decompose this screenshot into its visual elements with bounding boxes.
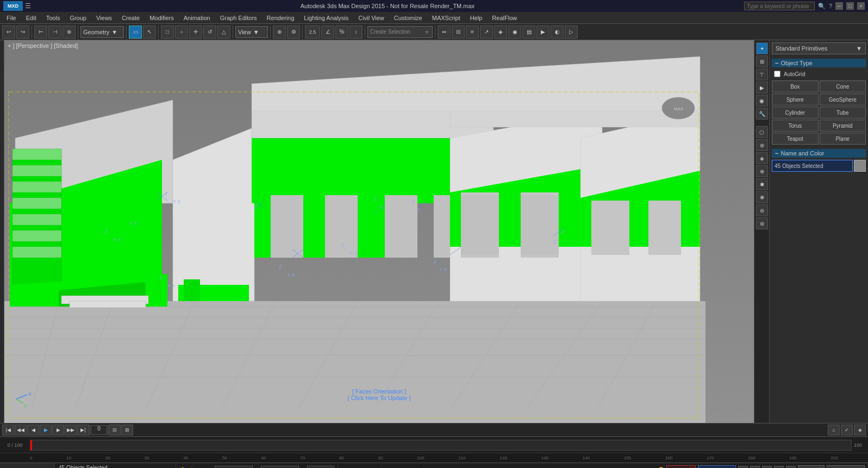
layer-btn[interactable]: ≡ xyxy=(466,26,479,39)
x-coord-input[interactable] xyxy=(215,466,253,469)
panel-icon-14[interactable]: ⊚ xyxy=(756,217,768,229)
align-btn[interactable]: ⊟ xyxy=(452,26,465,39)
help-btn[interactable]: ? xyxy=(829,3,832,9)
tube-btn[interactable]: Tube xyxy=(820,107,866,118)
rect-select-btn[interactable]: □ xyxy=(161,26,174,39)
viewport[interactable]: + ] [Perspective ] [Shaded] xyxy=(4,40,754,423)
menu-tools[interactable]: Tools xyxy=(42,14,65,22)
play-next-btn[interactable]: ▶| xyxy=(77,425,89,435)
material-editor-btn[interactable]: ◉ xyxy=(508,26,521,39)
uniform-scale-btn[interactable]: △ xyxy=(217,26,230,39)
color-swatch[interactable] xyxy=(854,160,866,172)
bind-btn[interactable]: ⊕ xyxy=(63,26,76,39)
active-shade-btn[interactable]: ◐ xyxy=(551,26,564,39)
display-panel-icon[interactable]: ◉ xyxy=(756,95,768,107)
hierarchy-panel-icon[interactable]: ⊤ xyxy=(756,68,768,80)
set-key-btn[interactable]: Set Key xyxy=(798,465,825,469)
panel-icon-8[interactable]: ⊛ xyxy=(756,139,768,151)
select-obj-btn[interactable]: ▭ xyxy=(129,26,142,39)
create-panel-icon[interactable]: ✦ xyxy=(756,42,768,54)
menu-file[interactable]: File xyxy=(2,14,21,22)
snap-settings-btn[interactable]: ⚙ xyxy=(287,26,300,39)
snap-25-btn[interactable]: 2.5 xyxy=(305,26,320,39)
spinner-snap-btn[interactable]: ↕ xyxy=(349,26,363,39)
render-frame-btn[interactable]: ▶ xyxy=(536,26,549,39)
selected-mode-dropdown[interactable]: Selected ▼ xyxy=(698,465,736,469)
key-filter-btn[interactable]: ⌂ xyxy=(828,425,840,435)
object-name-input[interactable] xyxy=(772,160,853,172)
z-coord-input[interactable] xyxy=(307,466,334,469)
key-mode-btn2[interactable]: ◈ xyxy=(854,425,866,435)
minimize-btn[interactable]: ─ xyxy=(835,2,843,10)
teapot-btn[interactable]: Teapot xyxy=(772,133,819,145)
prev-1-btn[interactable]: ◀ xyxy=(27,425,39,435)
view-dropdown[interactable]: View ▼ xyxy=(235,26,268,38)
circle-select-btn[interactable]: ○ xyxy=(175,26,188,39)
keyframe-input[interactable]: 0 xyxy=(91,425,107,435)
faces-orientation-msg[interactable]: [ Faces Orientation ] [ Click Here To Up… xyxy=(348,388,411,401)
redo-btn[interactable]: ↪ xyxy=(16,26,29,39)
menu-lighting[interactable]: Lighting Analysis xyxy=(299,14,353,22)
key-nav-end[interactable]: ▶| xyxy=(786,466,796,469)
play-prev-btn[interactable]: |◀ xyxy=(2,425,14,435)
panel-icon-7[interactable]: ⬡ xyxy=(756,126,768,138)
menu-edit[interactable]: Edit xyxy=(22,14,41,22)
cone-btn[interactable]: Cone xyxy=(820,80,866,92)
menu-realflow[interactable]: RealFlow xyxy=(488,14,521,22)
geometry-dropdown[interactable]: Geometry ▼ xyxy=(80,26,124,38)
play-btn[interactable]: ▶ xyxy=(40,425,52,435)
autogrid-checkbox[interactable] xyxy=(774,71,780,77)
object-type-section-header[interactable]: − Object Type xyxy=(772,59,866,67)
menu-create[interactable]: Create xyxy=(117,14,144,22)
utility-panel-icon[interactable]: 🔧 xyxy=(756,108,768,120)
search-icon[interactable]: 🔍 xyxy=(818,3,826,10)
plane-btn[interactable]: Plane xyxy=(820,133,866,145)
menu-modifiers[interactable]: Modifiers xyxy=(145,14,178,22)
app-menu-icon[interactable]: ☰ xyxy=(25,2,31,10)
filter-sel-btn[interactable]: ✓ xyxy=(841,425,853,435)
snap-toggle-btn[interactable]: ⊕ xyxy=(273,26,286,39)
next-1-btn[interactable]: ▶ xyxy=(52,425,64,435)
timeline-track[interactable] xyxy=(30,440,852,451)
name-color-section-header[interactable]: − Name and Color xyxy=(772,149,866,158)
panel-icon-9[interactable]: ◈ xyxy=(756,152,768,164)
menu-graph-editors[interactable]: Graph Editors xyxy=(216,14,261,22)
box-btn[interactable]: Box xyxy=(772,80,819,92)
modify-panel-icon[interactable]: ⊞ xyxy=(756,55,768,67)
mini-btn-1[interactable]: ⊟ xyxy=(109,425,121,435)
menu-animation[interactable]: Animation xyxy=(179,14,215,22)
primitives-dropdown[interactable]: Standard Primitives ▼ xyxy=(772,42,866,54)
maximize-btn[interactable]: □ xyxy=(846,2,854,10)
pyramid-btn[interactable]: Pyramid xyxy=(820,120,866,132)
key-nav-play[interactable]: ▶ xyxy=(762,466,772,469)
percent-snap-btn[interactable]: % xyxy=(335,26,348,39)
menu-civil[interactable]: Civil View xyxy=(354,14,388,22)
render-setup-btn[interactable]: ▤ xyxy=(522,26,535,39)
next-frame-btn[interactable]: ▶▶ xyxy=(65,425,77,435)
quick-render-btn[interactable]: ▷ xyxy=(565,26,578,39)
close-btn[interactable]: × xyxy=(857,2,865,10)
menu-help[interactable]: Help xyxy=(466,14,487,22)
prev-frame-btn[interactable]: ◀◀ xyxy=(15,425,27,435)
panel-icon-12[interactable]: ❋ xyxy=(756,191,768,203)
sphere-btn[interactable]: Sphere xyxy=(772,93,819,105)
select-filter-btn[interactable]: ↖ xyxy=(143,26,156,39)
menu-maxscript[interactable]: MAXScript xyxy=(428,14,465,22)
panel-icon-11[interactable]: ✱ xyxy=(756,178,768,190)
rotate-btn[interactable]: ↺ xyxy=(203,26,216,39)
panel-icon-10[interactable]: ⊕ xyxy=(756,165,768,177)
schematic-btn[interactable]: ◈ xyxy=(494,26,507,39)
key-filters-btn[interactable]: Key Filters... xyxy=(827,465,865,469)
search-input[interactable] xyxy=(744,2,815,10)
auto-key-btn[interactable]: Auto Key xyxy=(666,465,696,469)
torus-btn[interactable]: Torus xyxy=(772,120,819,132)
menu-views[interactable]: Views xyxy=(92,14,116,22)
unlink-btn[interactable]: ⊣ xyxy=(48,26,61,39)
key-nav-prev[interactable]: ◀ xyxy=(750,466,760,469)
menu-customize[interactable]: Customize xyxy=(390,14,427,22)
menu-group[interactable]: Group xyxy=(65,14,91,22)
move-btn[interactable]: ✛ xyxy=(189,26,202,39)
key-nav-next[interactable]: ▶ xyxy=(774,466,784,469)
create-selection-input[interactable]: Create Selection ▼ xyxy=(367,26,433,38)
panel-icon-13[interactable]: ⊜ xyxy=(756,204,768,216)
